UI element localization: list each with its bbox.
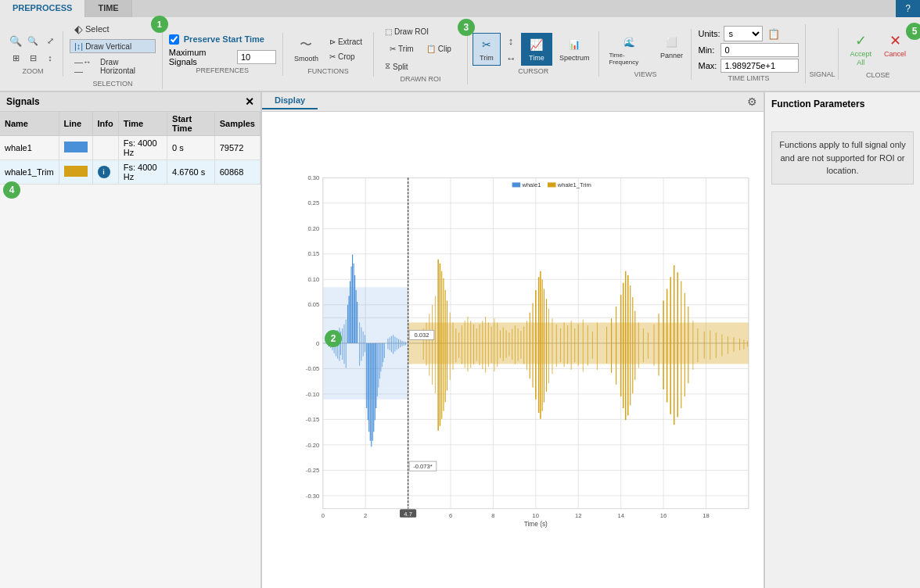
zoom-btn4[interactable]: ↕: [42, 50, 58, 66]
svg-text:4.7: 4.7: [404, 511, 412, 518]
svg-text:-0.25: -0.25: [306, 467, 319, 474]
drawn-roi-label: DRAWN ROI: [400, 75, 440, 83]
extract-btn[interactable]: ⊳ Extract: [325, 35, 367, 48]
preserve-start-time-checkbox[interactable]: [169, 34, 179, 45]
tab-time[interactable]: TIME: [85, 0, 131, 17]
signal-name-1: whale1: [0, 136, 59, 160]
right-panel: Function Parameters Functions apply to f…: [764, 92, 920, 588]
svg-text:Time (s): Time (s): [524, 520, 548, 528]
units-select[interactable]: s: [724, 26, 763, 41]
functions-label: FUNCTIONS: [307, 67, 349, 75]
signal-name-2: whale1_Trim: [0, 160, 59, 185]
cursor-icon2[interactable]: ↔: [503, 50, 519, 66]
info-icon[interactable]: i: [98, 166, 110, 178]
zoom-btn2[interactable]: ⊞: [8, 50, 23, 66]
svg-text:0: 0: [322, 512, 325, 519]
cancel-btn[interactable]: ✕ Cancel: [879, 29, 911, 70]
table-row[interactable]: whale1 Fs: 4000 Hz 0 s 79572: [0, 136, 261, 160]
signal-info-1: [92, 136, 118, 160]
tab-preprocess[interactable]: PREPROCESS: [0, 0, 85, 17]
svg-text:6: 6: [449, 512, 452, 519]
svg-text:-0.05: -0.05: [306, 365, 319, 372]
step-badge-3: 3: [458, 19, 475, 36]
signal-line-2: [59, 160, 92, 185]
svg-text:2: 2: [364, 512, 367, 519]
draw-horizontal-btn[interactable]: —↔— Draw Horizontal: [70, 55, 156, 78]
svg-text:12: 12: [575, 512, 581, 519]
signals-title: Signals: [6, 96, 40, 107]
preferences-group: Preserve Start Time Maximum Signals PREF…: [163, 33, 283, 76]
select-btn[interactable]: ⬖ Select: [70, 20, 156, 38]
table-row[interactable]: whale1_Trim i Fs: 4000 Hz 4.6760 s 60868: [0, 160, 261, 185]
svg-text:16: 16: [660, 512, 667, 519]
zoom-in-btn[interactable]: 🔍: [8, 33, 23, 48]
selection-group: ⬖ Select |↕| Draw Vertical —↔— Draw Hori…: [63, 19, 163, 89]
preserve-row: Preserve Start Time: [169, 34, 276, 45]
max-signals-input[interactable]: [237, 50, 276, 64]
zoom-fit-btn[interactable]: ⤢: [42, 33, 58, 48]
panner-btn[interactable]: ⬜ Panner: [656, 30, 686, 69]
svg-text:14: 14: [617, 512, 624, 519]
min-input[interactable]: [721, 43, 799, 57]
right-panel-title: Function Parameters: [771, 99, 914, 109]
zoom-btn3[interactable]: ⊟: [25, 50, 41, 66]
svg-text:0.30: 0.30: [308, 174, 320, 181]
signals-table: Name Line Info Time Start Time Samples w…: [0, 112, 261, 185]
trim-clip-row: ✂ Trim 📋 Clip: [380, 40, 461, 58]
cursor-group: ✂ Trim ↕ ↔ 📈 Time 📊 Spectrum CURSOR: [468, 31, 600, 77]
copy-btn[interactable]: 📋: [766, 26, 782, 41]
spectrum-btn[interactable]: 📊 Spectrum: [555, 33, 595, 66]
tab-bar: PREPROCESS TIME ?: [0, 0, 920, 17]
main-content: Signals ✕ Name Line Info Time Start Time…: [0, 92, 920, 588]
signals-panel: Signals ✕ Name Line Info Time Start Time…: [0, 92, 262, 588]
draw-vertical-btn[interactable]: |↕| Draw Vertical: [70, 39, 156, 53]
svg-text:10: 10: [533, 512, 539, 519]
signal-info-2: i: [92, 160, 118, 185]
time-view-btn[interactable]: 📈 Time: [521, 33, 552, 66]
svg-text:-0.15: -0.15: [306, 416, 319, 423]
svg-text:8: 8: [491, 512, 494, 519]
chart-options-icon[interactable]: ⚙: [741, 92, 764, 111]
svg-text:0.25: 0.25: [308, 199, 320, 206]
help-button[interactable]: ?: [896, 0, 920, 17]
max-input[interactable]: [721, 59, 799, 73]
draw-roi-btn[interactable]: ⬚ Draw ROI: [380, 25, 461, 38]
col-name: Name: [0, 112, 59, 136]
accept-all-btn[interactable]: ✓ Accept All: [845, 29, 876, 70]
svg-rect-207: [548, 182, 556, 187]
signal-samples-1: 79572: [214, 136, 260, 160]
signal-line-1: [59, 136, 92, 160]
max-signals-row: Maximum Signals: [169, 48, 276, 66]
signals-close-icon[interactable]: ✕: [245, 95, 254, 108]
smooth-btn[interactable]: 〜 Smooth: [289, 34, 323, 66]
signal-group: SIGNAL: [806, 28, 839, 80]
trim-btn[interactable]: ✂ Trim: [385, 42, 419, 56]
chart-area: Display ⚙ 2: [262, 92, 764, 588]
time-limits-label: TIME LIMITS: [698, 74, 799, 82]
split-btn[interactable]: ⧖ Split: [380, 59, 461, 74]
display-tab[interactable]: Display: [262, 92, 318, 109]
cursor-icon1[interactable]: ↕: [503, 33, 519, 48]
trim-cursor-btn[interactable]: ✂ Trim: [473, 33, 501, 66]
close-label: CLOSE: [866, 71, 890, 79]
col-samples: Samples: [214, 112, 260, 136]
crop-btn[interactable]: ✂ Crop: [325, 50, 367, 63]
preserve-start-time-label: Preserve Start Time: [184, 34, 264, 44]
step-badge-4: 4: [3, 181, 20, 199]
svg-text:0: 0: [316, 340, 319, 347]
signal-time-2: Fs: 4000 Hz: [118, 160, 167, 185]
max-label: Max:: [698, 61, 717, 70]
preferences-label: PREFERENCES: [169, 66, 276, 74]
clip-btn[interactable]: 📋 Clip: [422, 42, 456, 56]
close-group: ✓ Accept All ✕ Cancel CLOSE 5: [839, 27, 917, 81]
function-parameters-note: Functions apply to full signal only and …: [771, 131, 914, 185]
time-freq-btn[interactable]: 🌊 Time-Frequency: [604, 30, 654, 69]
step-badge-5: 5: [906, 23, 920, 40]
zoom-label: ZOOM: [23, 67, 44, 75]
zoom-out-btn[interactable]: 🔍: [25, 33, 41, 48]
cursor-label: CURSOR: [518, 67, 548, 75]
views-group: 🌊 Time-Frequency ⬜ Panner VIEWS: [599, 29, 692, 80]
svg-text:0.15: 0.15: [308, 250, 320, 257]
svg-text:-0.10: -0.10: [306, 391, 319, 398]
drawn-roi-group: ⬚ Draw ROI ✂ Trim 📋 Clip ⧖ Split: [374, 23, 468, 84]
